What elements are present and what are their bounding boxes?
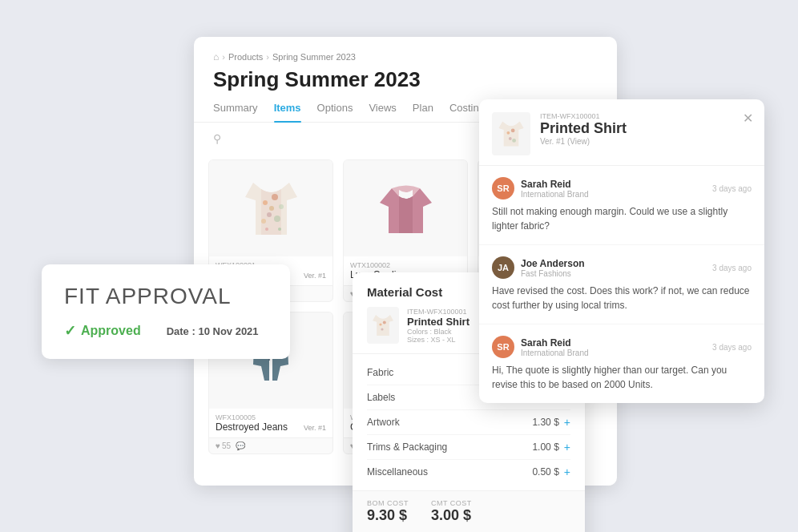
comment-item-1: SR Sarah Reid International Brand 3 days… [479, 166, 764, 245]
mc-footer: BOM COST 9.30 $ CMT COST 3.00 $ Cancel S… [353, 490, 585, 532]
product-sku-2: WTX100002 [350, 261, 461, 269]
cd-product-image [492, 112, 530, 155]
svg-point-19 [512, 139, 516, 143]
svg-point-15 [381, 328, 383, 330]
svg-point-17 [511, 129, 515, 133]
mc-bom-label: BOM COST [367, 499, 409, 507]
mc-trims-add[interactable]: + [564, 441, 570, 453]
cd-product-info: ITEM-WFX100001 Printed Shirt Ver. #1 (Vi… [540, 112, 627, 146]
avatar-1: SR [492, 177, 514, 200]
svg-point-13 [379, 323, 381, 325]
comment-user-1: SR Sarah Reid International Brand [492, 177, 589, 200]
comment-text-3: Hi, The quote is slightly higher than ou… [492, 363, 752, 392]
comment-item-2: JA Joe Anderson Fast Fashions 3 days ago… [479, 245, 764, 324]
breadcrumb: ⌂ › Products › Spring Summer 2023 [194, 37, 617, 62]
mc-misc-value: 0.50 $ + [532, 466, 570, 478]
mc-artwork-add[interactable]: + [564, 416, 570, 429]
product-ver-4: Ver. #1 [304, 424, 326, 432]
svg-point-2 [267, 212, 272, 217]
comment-org-3: International Brand [521, 349, 589, 357]
tab-summary[interactable]: Summary [213, 102, 258, 122]
comment-icon-4: 💬 [236, 441, 245, 450]
comment-meta-3: SR Sarah Reid International Brand 3 days… [492, 336, 752, 358]
comment-user-3: SR Sarah Reid International Brand [492, 336, 589, 358]
card-actions-4: ♥ 55 💬 [209, 437, 332, 453]
fit-approval-status: ✓ Approved Date : 10 Nov 2021 [64, 322, 268, 340]
product-image-2 [344, 160, 467, 256]
svg-point-7 [265, 228, 268, 231]
mc-bom-cost: BOM COST 9.30 $ [367, 499, 409, 524]
mc-misc-add[interactable]: + [564, 466, 570, 478]
mc-bom-value: 9.30 $ [367, 507, 409, 524]
breadcrumb-products[interactable]: Products [228, 52, 263, 62]
mc-fabric-label: Fabric [367, 367, 393, 378]
page-title: Spring Summer 2023 [194, 62, 617, 92]
breadcrumb-sep2: › [266, 52, 269, 62]
mc-product-sku: ITEM-WFX100001 [407, 308, 470, 316]
comment-meta-2: JA Joe Anderson Fast Fashions 3 days ago [492, 256, 752, 279]
svg-point-14 [383, 321, 386, 324]
tab-options[interactable]: Options [317, 102, 353, 122]
product-ver-1: Ver. #1 [304, 272, 326, 280]
svg-point-4 [261, 219, 266, 224]
cd-header: ITEM-WFX100001 Printed Shirt Ver. #1 (Vi… [479, 99, 764, 166]
cd-product-sku: ITEM-WFX100001 [540, 112, 627, 120]
product-name-4: Destroyed Jeans [216, 421, 288, 433]
avatar-3: SR [492, 336, 514, 358]
mc-cmt-label: CMT COST [431, 499, 472, 507]
svg-point-1 [272, 194, 278, 200]
mc-totals: BOM COST 9.30 $ CMT COST 3.00 $ [367, 499, 570, 524]
comment-author-2: Joe Anderson [521, 258, 585, 269]
product-image-1 [209, 160, 332, 256]
mc-trims-label: Trims & Packaging [367, 441, 447, 453]
card-footer-4: WFX100005 Destroyed Jeans Ver. #1 [209, 409, 332, 437]
comment-user-info-3: Sarah Reid International Brand [521, 337, 589, 357]
comments-dialog: ITEM-WFX100001 Printed Shirt Ver. #1 (Vi… [479, 99, 764, 403]
comment-time-1: 3 days ago [712, 184, 752, 193]
tab-views[interactable]: Views [369, 102, 396, 122]
comment-org-1: International Brand [521, 190, 589, 199]
svg-point-16 [506, 131, 510, 135]
mc-misc-label: Miscellaneous [367, 466, 428, 478]
comment-user-info-2: Joe Anderson Fast Fashions [521, 258, 585, 278]
mc-product-image [367, 307, 399, 344]
breadcrumb-collection: Spring Summer 2023 [272, 52, 356, 62]
tab-plan[interactable]: Plan [413, 102, 433, 122]
tab-items[interactable]: Items [274, 102, 301, 122]
search-icon: ⚲ [213, 132, 221, 145]
mc-artwork-label: Artwork [367, 417, 400, 428]
comment-user-2: JA Joe Anderson Fast Fashions [492, 256, 585, 279]
cd-product-name: Printed Shirt [540, 120, 627, 137]
like-icon-4: ♥ [216, 441, 220, 450]
comment-meta-1: SR Sarah Reid International Brand 3 days… [492, 177, 752, 200]
breadcrumb-sep1: › [222, 52, 225, 62]
mc-product-info: ITEM-WFX100001 Printed Shirt Colors : Bl… [407, 308, 470, 344]
mc-item-trims: Trims & Packaging 1.00 $ + [367, 435, 570, 460]
approval-date: Date : 10 Nov 2021 [167, 325, 259, 337]
svg-point-3 [274, 216, 280, 222]
fit-approval-title: FIT APPROVAL [64, 284, 268, 309]
approved-status: ✓ Approved [64, 322, 141, 340]
avatar-2: JA [492, 256, 514, 279]
mc-artwork-value: 1.30 $ + [532, 416, 570, 429]
svg-point-0 [263, 200, 268, 205]
comments-stat-4: 💬 [236, 441, 245, 450]
mc-product-sizes: Sizes : XS - XL [407, 336, 470, 344]
comments-list: SR Sarah Reid International Brand 3 days… [479, 166, 764, 403]
mc-labels-label: Labels [367, 392, 395, 403]
mc-cmt-cost: CMT COST 3.00 $ [431, 499, 472, 524]
svg-point-8 [278, 228, 281, 231]
fit-approval-card: FIT APPROVAL ✓ Approved Date : 10 Nov 20… [42, 264, 290, 359]
cd-product-ver: Ver. #1 (View) [540, 137, 627, 146]
checkmark-icon: ✓ [64, 322, 76, 340]
product-sku-4: WFX100005 [216, 413, 326, 421]
cd-close-button[interactable]: ✕ [743, 111, 753, 126]
mc-item-artwork: Artwork 1.30 $ + [367, 410, 570, 435]
mc-product-name: Printed Shirt [407, 316, 470, 328]
mc-product-colors: Colors : Black [407, 328, 470, 336]
comment-author-1: Sarah Reid [521, 179, 589, 190]
comment-org-2: Fast Fashions [521, 269, 585, 278]
comment-time-2: 3 days ago [712, 264, 752, 272]
comment-item-3: SR Sarah Reid International Brand 3 days… [479, 324, 764, 403]
mc-cmt-value: 3.00 $ [431, 507, 472, 524]
